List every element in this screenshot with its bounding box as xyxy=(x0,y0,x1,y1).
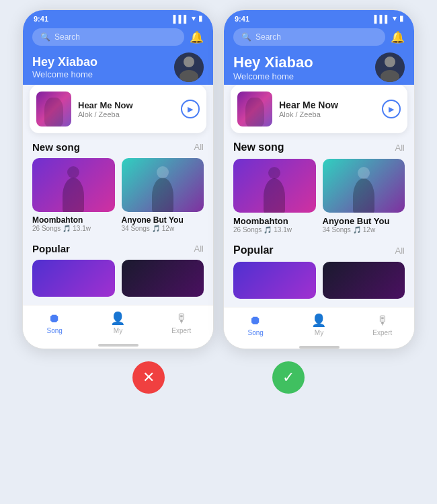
head-anyone-right xyxy=(358,167,370,179)
phones-container: 9:41 ▌▌▌ ▾ ▮ 🔍 Search 🔔 Hey Xiabao Welco… xyxy=(22,9,415,349)
person-moombahton-left xyxy=(32,158,115,212)
new-song-cards-right: Moombahton 26 Songs 🎵 13.1w xyxy=(233,159,405,233)
popular-cards-left xyxy=(32,260,204,297)
wrong-icon: ✕ xyxy=(143,369,155,386)
anyone-plays-left: 12w xyxy=(162,225,174,232)
album-art-right xyxy=(237,92,272,127)
now-playing-left[interactable]: Hear Me Now Alok / Zeeba ▶ xyxy=(30,85,206,133)
svg-point-2 xyxy=(385,57,395,67)
bottom-nav-right: ⏺ Song 👤 My 🎙 Expert xyxy=(224,307,414,345)
wrong-button[interactable]: ✕ xyxy=(132,361,165,394)
status-icons-left: ▌▌▌ ▾ ▮ xyxy=(173,14,202,23)
nav-expert-left[interactable]: 🎙 Expert xyxy=(163,312,200,334)
woman-body-left xyxy=(44,98,63,127)
popular-section-left: Popular All xyxy=(23,235,213,299)
card-img-moombahton-left xyxy=(32,158,115,212)
card-moombahton-right[interactable]: Moombahton 26 Songs 🎵 13.1w xyxy=(233,159,316,233)
greeting-title-left: Hey Xiabao xyxy=(32,55,97,69)
popular-card-2-left[interactable] xyxy=(122,260,204,297)
battery-icon-right: ▮ xyxy=(399,14,403,23)
my-nav-icon-left: 👤 xyxy=(110,311,125,326)
signal-icon-right: ▌▌▌ xyxy=(374,15,390,23)
nav-my-right[interactable]: 👤 My xyxy=(301,313,337,336)
head-anyone-left xyxy=(157,166,169,178)
new-song-title-right: New song xyxy=(233,141,284,153)
avatar-svg-right xyxy=(375,52,405,82)
greeting-subtitle-right: Welcome home xyxy=(233,71,313,81)
svg-point-1 xyxy=(180,70,198,82)
body-moombahton-left xyxy=(63,178,84,212)
body-right: Hear Me Now Alok / Zeeba ▶ New song All xyxy=(224,85,414,307)
new-song-cards-left: Moombahton 26 Songs 🎵 13.1w xyxy=(32,158,204,232)
nav-expert-label-right: Expert xyxy=(372,329,392,336)
wifi-icon-right: ▾ xyxy=(393,14,397,23)
avatar-svg-left xyxy=(174,52,204,82)
nav-song-right[interactable]: ⏺ Song xyxy=(237,314,274,336)
anyone-plays-right: 12w xyxy=(363,226,375,233)
greeting-text-right: Hey Xiabao Welcome home xyxy=(233,54,313,81)
anyone-songs-left: 34 Songs xyxy=(122,225,150,232)
bell-icon-left[interactable]: 🔔 xyxy=(190,30,204,44)
moombahton-songs-right: 26 Songs xyxy=(233,226,262,233)
popular-title-right: Popular xyxy=(233,244,274,256)
anyone-name-left: Anyone But You xyxy=(122,215,204,225)
body-moombahton-right xyxy=(264,178,285,213)
person-anyone-left xyxy=(122,158,204,212)
bottom-nav-left: ⏺ Song 👤 My 🎙 Expert xyxy=(23,305,213,343)
avatar-right xyxy=(375,52,405,82)
person-moombahton-right xyxy=(233,159,316,213)
play-btn-left[interactable]: ▶ xyxy=(181,100,200,118)
search-placeholder-left: Search xyxy=(54,32,80,42)
album-thumb-left xyxy=(36,92,71,127)
nav-song-left[interactable]: ⏺ Song xyxy=(36,312,73,334)
expert-nav-icon-right: 🎙 xyxy=(376,314,389,328)
anyone-songs-right: 34 Songs xyxy=(323,226,351,233)
anyone-sep-right: 🎵 xyxy=(353,226,361,233)
nav-expert-right[interactable]: 🎙 Expert xyxy=(364,314,401,336)
moombahton-name-right: Moombahton xyxy=(233,216,316,226)
search-row-right: 🔍 Search 🔔 xyxy=(233,28,405,46)
head-right xyxy=(268,167,280,179)
search-bar-left[interactable]: 🔍 Search xyxy=(32,28,184,46)
popular-card-2-right[interactable] xyxy=(323,262,405,299)
new-song-all-right[interactable]: All xyxy=(395,143,405,153)
search-bar-right[interactable]: 🔍 Search xyxy=(233,28,385,46)
right-button[interactable]: ✓ xyxy=(272,361,305,394)
moombahton-art-right xyxy=(233,159,316,213)
card-moombahton-left[interactable]: Moombahton 26 Songs 🎵 13.1w xyxy=(32,158,115,232)
right-icon: ✓ xyxy=(282,369,294,386)
signal-icon: ▌▌▌ xyxy=(173,15,189,23)
popular-header-right: Popular All xyxy=(233,244,405,256)
popular-card-1-right[interactable] xyxy=(233,262,316,299)
feedback-row: ✕ ✓ xyxy=(132,361,305,394)
song-info-left: Hear Me Now Alok / Zeeba xyxy=(78,100,174,118)
play-btn-right[interactable]: ▶ xyxy=(382,100,401,118)
moombahton-art-left xyxy=(32,158,115,212)
svg-point-3 xyxy=(381,70,399,82)
time-left: 9:41 xyxy=(34,15,48,23)
moombahton-meta-left: 26 Songs 🎵 13.1w xyxy=(32,225,115,232)
popular-all-right[interactable]: All xyxy=(395,246,405,256)
moombahton-sep-right: 🎵 xyxy=(264,226,272,233)
anyone-meta-right: 34 Songs 🎵 12w xyxy=(323,226,405,233)
new-song-section-right: New song All Moombaht xyxy=(224,133,414,236)
popular-card-1-left[interactable] xyxy=(32,260,115,297)
home-indicator-right xyxy=(299,346,340,349)
nav-my-left[interactable]: 👤 My xyxy=(100,311,136,334)
now-playing-right[interactable]: Hear Me Now Alok / Zeeba ▶ xyxy=(231,85,407,133)
wifi-icon: ▾ xyxy=(192,14,196,23)
moombahton-sep-left: 🎵 xyxy=(63,225,71,232)
moombahton-songs-left: 26 Songs xyxy=(32,225,61,232)
phone-right: 9:41 ▌▌▌ ▾ ▮ 🔍 Search 🔔 Hey Xiabao Welco… xyxy=(223,9,415,349)
card-img-anyone-left xyxy=(122,158,204,212)
popular-all-left[interactable]: All xyxy=(194,244,204,254)
card-anyone-left[interactable]: Anyone But You 34 Songs 🎵 12w xyxy=(122,158,204,232)
card-anyone-right[interactable]: Anyone But You 34 Songs 🎵 12w xyxy=(323,159,405,233)
nav-song-label-left: Song xyxy=(46,327,62,334)
card-img-anyone-right xyxy=(323,159,405,213)
new-song-all-left[interactable]: All xyxy=(194,142,204,152)
bell-icon-right[interactable]: 🔔 xyxy=(391,30,405,44)
greeting-text-left: Hey Xiabao Welcome home xyxy=(32,55,97,79)
anyone-art-right xyxy=(323,159,405,213)
avatar-left xyxy=(174,52,204,82)
